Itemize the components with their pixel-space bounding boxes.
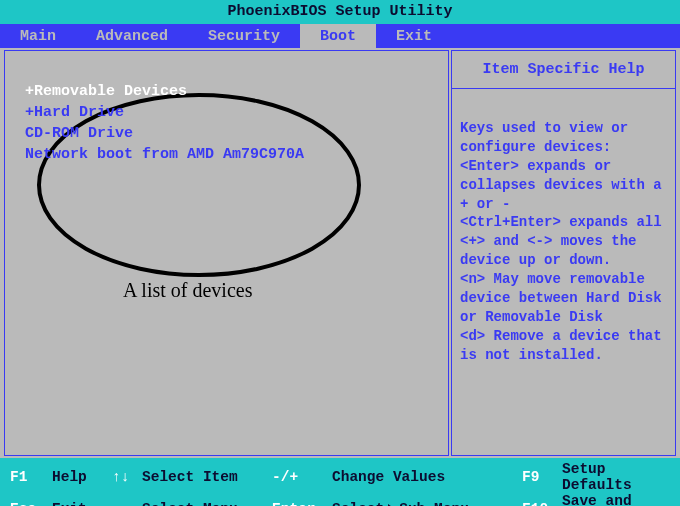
menu-boot[interactable]: Boot [300,24,376,48]
key-leftright: ←→ [112,501,142,506]
menu-bar: Main Advanced Security Boot Exit [0,24,680,48]
menu-advanced[interactable]: Advanced [76,24,188,48]
menu-exit[interactable]: Exit [376,24,452,48]
help-header: Item Specific Help [451,50,676,89]
app-title: PhoenixBIOS Setup Utility [227,3,452,20]
label-exit: Exit [52,501,112,506]
key-f1: F1 [10,469,52,485]
label-select-menu: Select Menu [142,501,272,506]
boot-device-panel: +Removable Devices +Hard Drive CD-ROM Dr… [4,50,449,456]
annotation-label: A list of devices [123,279,252,302]
label-select-submenu: SelectSub-Menu [332,501,522,506]
label-setup-defaults: Setup Defaults [562,461,670,493]
help-panel: Item Specific Help Keys used to view or … [451,50,676,456]
label-select-item: Select Item [142,469,272,485]
boot-device-list[interactable]: +Removable Devices +Hard Drive CD-ROM Dr… [25,81,428,165]
key-f10: F10 [522,501,562,506]
menu-security[interactable]: Security [188,24,300,48]
key-esc: Esc [10,501,52,506]
device-removable[interactable]: +Removable Devices [25,81,428,102]
key-enter: Enter [272,501,332,506]
main-area: +Removable Devices +Hard Drive CD-ROM Dr… [0,48,680,458]
title-bar: PhoenixBIOS Setup Utility [0,0,680,24]
device-network[interactable]: Network boot from AMD Am79C970A [25,144,428,165]
key-plusminus: -/+ [272,469,332,485]
label-help: Help [52,469,112,485]
device-cdrom[interactable]: CD-ROM Drive [25,123,428,144]
help-body: Keys used to view or configure devices: … [451,89,676,456]
label-change-values: Change Values [332,469,522,485]
footer-bar: F1 Help ↑↓ Select Item -/+ Change Values… [0,458,680,506]
menu-main[interactable]: Main [0,24,76,48]
label-save-exit: Save and Exit [562,493,670,506]
device-hard-drive[interactable]: +Hard Drive [25,102,428,123]
key-f9: F9 [522,469,562,485]
key-updown: ↑↓ [112,469,142,485]
